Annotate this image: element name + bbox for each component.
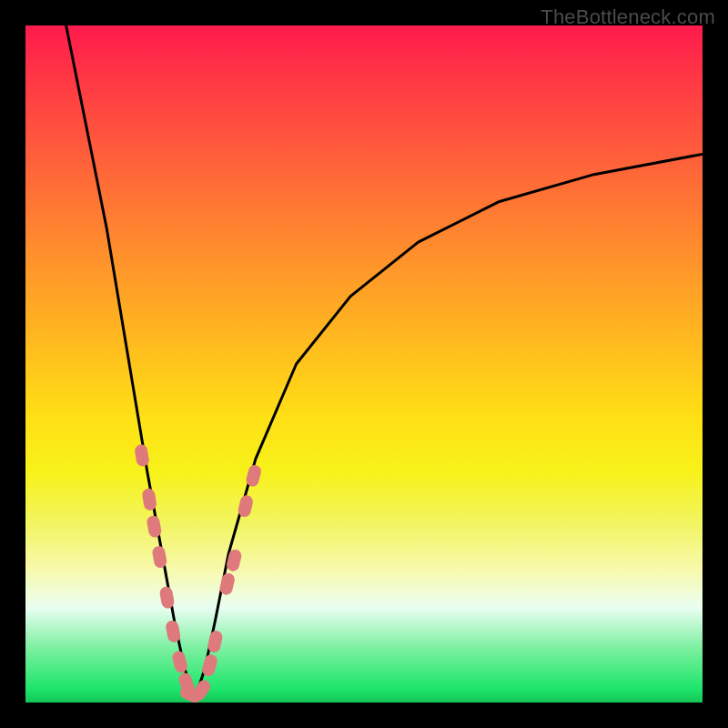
svg-rect-0 bbox=[134, 443, 150, 467]
chart-frame: TheBottleneck.com bbox=[0, 0, 728, 728]
plot-area bbox=[25, 25, 703, 703]
svg-rect-3 bbox=[151, 545, 167, 569]
svg-rect-1 bbox=[141, 488, 157, 511]
highlight-point bbox=[151, 545, 167, 569]
curve-layer bbox=[25, 25, 703, 703]
highlight-point bbox=[165, 620, 181, 643]
svg-rect-4 bbox=[158, 586, 175, 610]
svg-rect-2 bbox=[146, 515, 162, 539]
svg-rect-5 bbox=[165, 620, 181, 643]
highlight-point bbox=[158, 586, 175, 610]
highlight-point bbox=[134, 443, 150, 467]
highlight-point bbox=[146, 515, 162, 539]
highlight-point bbox=[141, 488, 157, 511]
